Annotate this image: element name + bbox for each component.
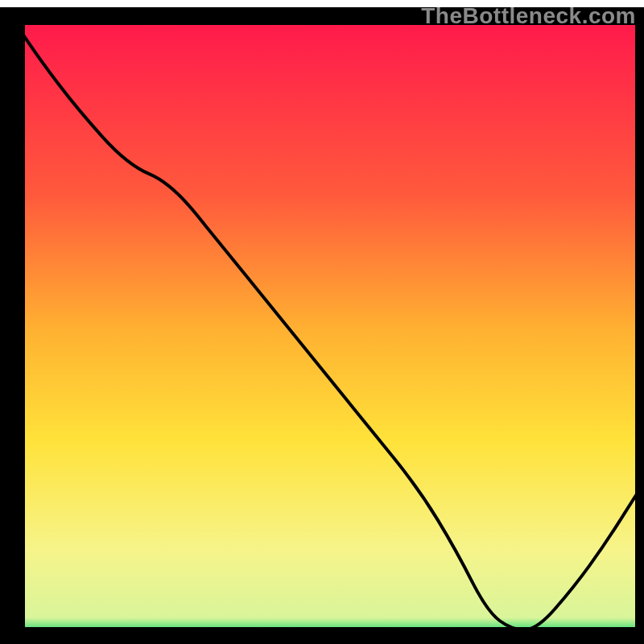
bottleneck-chart	[0, 0, 644, 644]
chart-container: TheBottleneck.com	[0, 0, 644, 644]
watermark-text: TheBottleneck.com	[421, 3, 636, 29]
plot-background	[16, 24, 636, 636]
